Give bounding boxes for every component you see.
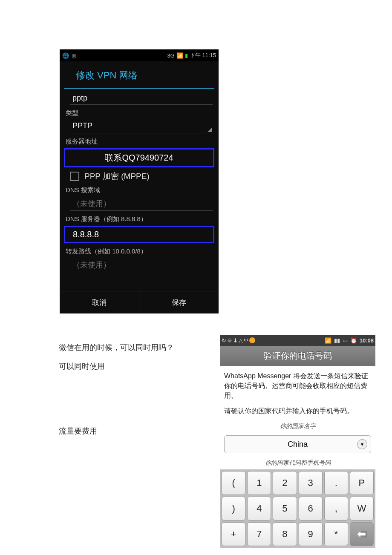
key-comma[interactable]: , — [324, 497, 348, 520]
server-address-input[interactable]: 联系QQ79490724 — [64, 148, 214, 167]
backspace-icon — [356, 530, 367, 538]
dns-server-input[interactable]: 8.8.8.8 — [64, 226, 214, 243]
cancel-button[interactable]: 取消 — [60, 291, 139, 313]
numeric-keyboard: ( 1 2 3 . P ) 4 5 6 , W + 7 8 9 * — [220, 469, 375, 548]
vpn-name-input[interactable]: pptp — [70, 91, 213, 105]
key-dot[interactable]: . — [324, 471, 348, 495]
network-3g-icon: 3G — [167, 52, 175, 59]
doc-question-1: 微信在用的时候，可以同时用吗？ — [59, 342, 174, 353]
key-paren-close[interactable]: ) — [222, 497, 245, 520]
route-input[interactable]: （未使用） — [70, 257, 213, 272]
warning-icon: △ — [239, 337, 243, 344]
save-button[interactable]: 保存 — [139, 291, 219, 313]
alarm-icon: ⏰ — [350, 337, 357, 344]
key-w[interactable]: W — [350, 497, 374, 520]
key-1[interactable]: 1 — [247, 471, 271, 495]
key-4[interactable]: 4 — [247, 497, 271, 520]
server-address-label: 服务器地址 — [66, 138, 213, 146]
key-7[interactable]: 7 — [247, 522, 271, 546]
verify-body-2: 请确认你的国家代码并输入你的手机号码。 — [224, 406, 371, 416]
key-paren-open[interactable]: ( — [222, 471, 245, 495]
app-icon-2: ◎ — [72, 52, 76, 59]
key-6[interactable]: 6 — [299, 497, 323, 520]
key-3[interactable]: 3 — [299, 471, 323, 495]
country-name-label: 你的国家名字 — [224, 422, 371, 430]
dropdown-caret-icon — [208, 128, 212, 132]
download-icon: ⬇ — [233, 337, 238, 344]
key-p[interactable]: P — [350, 471, 374, 495]
key-backspace[interactable] — [350, 522, 374, 546]
status-time: 下午 11:15 — [190, 52, 216, 59]
country-code-label: 你的国家代码和手机号码 — [220, 459, 375, 467]
orange-dot-icon — [249, 337, 255, 343]
status-time-2: 10:08 — [360, 337, 374, 344]
key-9[interactable]: 9 — [299, 522, 323, 546]
dns-server-label: DNS 服务器（例如 8.8.8.8） — [66, 215, 213, 223]
type-value: PPTP — [72, 121, 92, 130]
doc-note: 流量要费用 — [59, 426, 97, 436]
type-dropdown[interactable]: PPTP — [70, 119, 213, 133]
signal-icon: 📶 — [176, 52, 183, 59]
wifi-icon: 📶 — [325, 337, 331, 344]
battery-icon-2: ▭ — [343, 337, 348, 344]
key-asterisk[interactable]: * — [324, 522, 348, 546]
verify-body-1: WhatsApp Messenger 将会发送一条短信来验证你的电话号码。运营商… — [224, 371, 371, 401]
dialog-title: 修改 VPN 网络 — [64, 61, 214, 89]
whatsapp-verify-screenshot: ↻ ☠ ⬇ △ Ψ 📶 ▮▮ ▭ ⏰ 10:08 验证你的电话号码 WhatsA… — [220, 335, 375, 548]
svg-rect-0 — [360, 533, 366, 536]
status-bar: 🌐 ◎ 3G 📶 ▮ 下午 11:15 — [60, 49, 219, 61]
key-2[interactable]: 2 — [273, 471, 297, 495]
usb-icon: Ψ — [244, 337, 248, 344]
checkbox-icon — [70, 172, 79, 181]
country-value: China — [288, 440, 308, 449]
vpn-settings-screenshot: 🌐 ◎ 3G 📶 ▮ 下午 11:15 修改 VPN 网络 pptp 类型 PP… — [60, 49, 219, 313]
ppp-encrypt-label: PPP 加密 (MPPE) — [84, 171, 150, 182]
app-icon: 🌐 — [62, 52, 69, 59]
route-label: 转发路线（例如 10.0.0.0/8） — [66, 247, 213, 256]
dns-search-input[interactable]: （未使用） — [70, 196, 213, 211]
battery-icon: ▮ — [185, 52, 188, 59]
key-8[interactable]: 8 — [273, 522, 297, 546]
doc-answer-1: 可以同时使用 — [59, 361, 105, 371]
chevron-down-icon: ▾ — [357, 439, 367, 449]
country-select[interactable]: China ▾ — [224, 435, 371, 453]
key-5[interactable]: 5 — [273, 497, 297, 520]
type-label: 类型 — [66, 109, 213, 117]
sync-icon: ↻ — [222, 337, 226, 344]
status-bar-2: ↻ ☠ ⬇ △ Ψ 📶 ▮▮ ▭ ⏰ 10:08 — [220, 335, 375, 346]
dns-search-label: DNS 搜索域 — [66, 186, 213, 194]
verify-header: 验证你的电话号码 — [220, 346, 375, 366]
signal-icon-2: ▮▮ — [334, 337, 340, 344]
key-plus[interactable]: + — [222, 522, 245, 546]
skull-icon: ☠ — [227, 337, 232, 344]
ppp-encrypt-checkbox-row[interactable]: PPP 加密 (MPPE) — [70, 171, 213, 182]
